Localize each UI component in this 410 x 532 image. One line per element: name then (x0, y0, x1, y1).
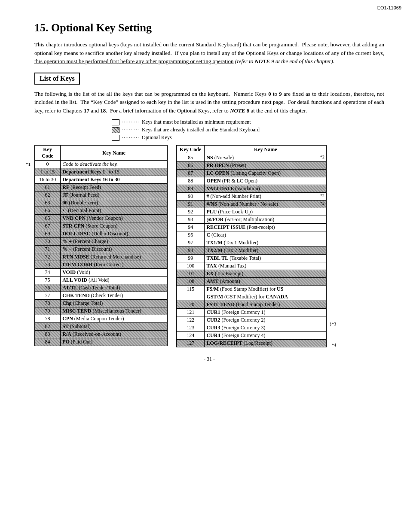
table-row: 61 RF (Receipt Feed) (35, 184, 168, 192)
legend: ·········· Keys that must be installed a… (112, 119, 384, 141)
table-row: 86 PR OPEN (Preset) (177, 162, 327, 170)
table-row: 98 TX2/M (Tax 2 Modifier) (177, 247, 327, 255)
table-row: 16 to 30 Department Keys 16 to 30 (35, 176, 168, 184)
table-row: 85 NS (No-sale) *2 (177, 154, 327, 162)
table-row: 95 C (Clear) (177, 231, 327, 239)
left-col-code: Key Code (35, 146, 61, 161)
table-row: 121 CUR1 (Foreign Currency 1) (177, 309, 327, 316)
legend-item-minimum: ·········· Keys that must be installed a… (112, 119, 384, 125)
chapter-title: 15. Optional Key Setting (34, 21, 384, 34)
note-4: *4 (332, 342, 336, 347)
table-row: 115 FS/M (Food Stamp Modifier) for US (177, 286, 327, 293)
table-row: 77 CHK TEND (Check Tender) (35, 292, 168, 300)
table-row: 84 PO (Paid Out) (35, 338, 168, 346)
section-paragraph: The following is the list of the all the… (34, 90, 384, 115)
table-row: 79 MISC TEND (Miscellaneous Tender) (35, 307, 168, 315)
table-row: 100 TAX (Manual Tax) (177, 262, 327, 270)
note-3: }*3 (330, 314, 336, 334)
table-row: 67 STR CPN (Store Coupon) (35, 222, 168, 230)
table-row: 127 LOG/RECEIPT (Log/Receipt) (177, 340, 327, 347)
table-row: 99 TXBL TL (Taxable Total) (177, 255, 327, 262)
table-row: 65 VND CPN (Vendor Coupon) (35, 215, 168, 222)
table-row: 78 Chg (Charge Total) (35, 300, 168, 307)
right-key-table: Key Code Key Name 85 NS (No-sale) *2 86 … (176, 145, 327, 347)
table-row: 0 Code to deactivate the key. (35, 161, 168, 168)
left-col-name: Key Name (61, 146, 168, 161)
note-1: *1 (26, 161, 31, 167)
table-row: 97 TX1/M (Tax 1 Modifier) (177, 239, 327, 247)
key-tables: Key Code Key Name 0 Code to deactivate t… (34, 145, 384, 347)
table-row: 82 ST (Subtotal) (35, 323, 168, 331)
table-row: 87 LC OPEN (Listing Capacity Open) (177, 170, 327, 177)
table-row: 101 EX (Tax Exempt) (177, 270, 327, 278)
right-col-name: Key Name (205, 146, 327, 154)
table-row: 62 JF (Journal Feed) (35, 192, 168, 199)
table-row: 124 CUR4 (Foreign Currency 4) (177, 332, 327, 340)
table-row: 70 % + (Percent Charge) (35, 238, 168, 246)
table-row: 74 VOID (Void) (35, 269, 168, 277)
table-row: 91 #/NS (Non-add Number / No-sale) *2 (177, 201, 327, 208)
table-row: 123 CUR3 (Foreign Currency 3) (177, 324, 327, 332)
table-row: GST/M (GST Modifier) for CANADA (177, 293, 327, 301)
table-row: 93 @/FOR (At/For; Multiplication) (177, 216, 327, 224)
intro-paragraph: This chapter introduces optional keys (k… (34, 40, 384, 66)
table-row: 73 ITEM CORR (Item Correct) (35, 261, 168, 269)
table-row: 83 R/A (Received-on-Account) (35, 331, 168, 338)
section-header: List of Keys (34, 73, 80, 85)
legend-item-standard: ·········· Keys that are already install… (112, 127, 384, 133)
right-col-code: Key Code (177, 146, 205, 154)
table-row: 63 00 (Double-zero) (35, 199, 168, 207)
doc-id: EO1-11069 (377, 5, 401, 10)
table-row: 1 to 15 Department Keys 1 to 15 (35, 168, 168, 176)
table-row: 78 CPN (Media Coupon Tender) (35, 315, 168, 323)
table-row: 89 VALI DATE (Validation) (177, 185, 327, 193)
table-row: 71 % − (Percent Discount) (35, 246, 168, 253)
legend-item-optional: ·········· Optional Keys (112, 134, 384, 141)
left-key-table: Key Code Key Name 0 Code to deactivate t… (34, 145, 168, 346)
table-row: 76 AT/TL (Cash Tender/Total) (35, 284, 168, 292)
table-row: 69 DOLL DISC (Dollar Discount) (35, 230, 168, 238)
table-row: 88 OPEN (PR & LC Open) (177, 177, 327, 185)
table-row: 90 # (Non-add Number Print) *2 (177, 193, 327, 201)
table-row: 94 RECEIPT ISSUE (Post-receipt) (177, 224, 327, 231)
table-row: 66 • (Decimal Point) (35, 207, 168, 215)
table-row: 72 RTN MDSE (Returned Merchandise) (35, 253, 168, 261)
table-row: 108 AMT (Amount) (177, 278, 327, 286)
page-number: - 31 - (34, 356, 384, 362)
table-row: 92 PLU (Price-Look-Up) (177, 208, 327, 216)
table-row: 75 ALL VOID (All Void) (35, 277, 168, 284)
table-row: 122 CUR2 (Foreign Currency 2) (177, 316, 327, 324)
table-row: 120 FSTL TEND (Food Stamp Tender) (177, 301, 327, 309)
